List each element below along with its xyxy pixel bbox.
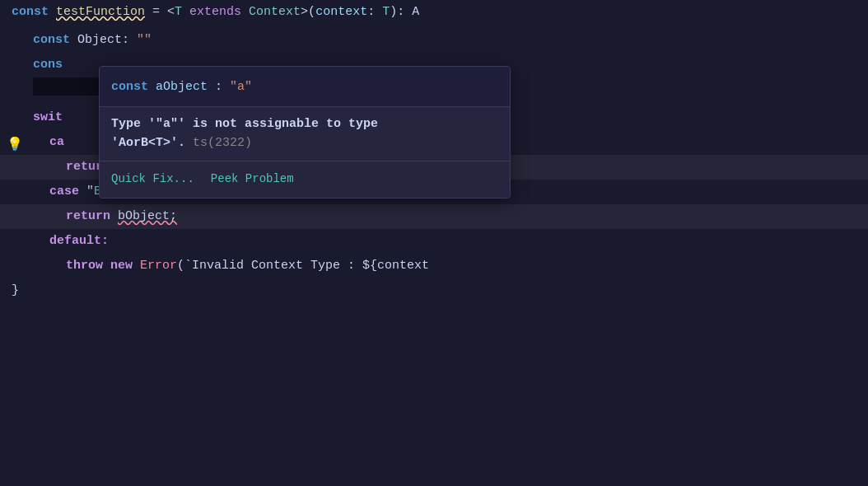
- keyword: const: [12, 5, 56, 19]
- plain-text: >(: [301, 5, 315, 19]
- line-content: const Object: "": [33, 28, 868, 53]
- quick-fix-link[interactable]: Quick Fix...: [111, 166, 194, 191]
- hover-popup: const aObject : "a" Type '"a"' is not as…: [99, 66, 511, 199]
- error-message-line1: Type '"a"' is not assignable to type: [111, 117, 378, 131]
- error-message-line2: 'AorB<T>'.: [111, 136, 185, 150]
- return-keyword: return: [66, 209, 118, 223]
- hover-popup-header: const aObject : "a": [100, 67, 510, 107]
- plain-text: ): A: [390, 5, 419, 19]
- error-class: Error: [140, 259, 177, 273]
- code-line: default:: [0, 229, 868, 254]
- dark-block: [33, 77, 99, 96]
- const-keyword: const: [111, 80, 148, 94]
- param-name: context: [315, 5, 367, 19]
- code-line: const testFunction = <T extends Context>…: [0, 0, 868, 25]
- peek-problem-link[interactable]: Peek Problem: [211, 166, 294, 191]
- keyword: cons: [33, 58, 63, 72]
- plain-text: }: [12, 283, 19, 297]
- return-value: bObject;: [118, 209, 177, 223]
- default-keyword: default:: [49, 234, 109, 248]
- var-name: aObject: [156, 80, 208, 94]
- code-area: const testFunction = <T extends Context>…: [0, 0, 868, 303]
- keyword: const: [33, 33, 70, 47]
- line-content: const testFunction = <T extends Context>…: [12, 0, 868, 25]
- throw-keyword: throw: [66, 259, 110, 273]
- switch-keyword: swit: [33, 110, 63, 124]
- type-name: Context: [249, 5, 301, 19]
- ts-error-code: ts(2322): [193, 136, 252, 150]
- string-value2: ": [144, 33, 152, 47]
- line-content: return bObject;: [66, 204, 868, 229]
- hover-popup-body: Type '"a"' is not assignable to type 'Ao…: [100, 107, 510, 161]
- hover-popup-actions: Quick Fix... Peek Problem: [100, 161, 510, 198]
- lightbulb-icon[interactable]: 💡: [7, 133, 23, 157]
- error-line1: Type '"a"' is not assignable to type: [111, 115, 498, 134]
- code-line: const Object: "": [0, 28, 868, 53]
- plain-text: :: [367, 5, 382, 19]
- function-name: testFunction: [56, 5, 145, 19]
- string-value: ": [137, 33, 144, 47]
- error-line2: 'AorB<T>'. ts(2322): [111, 134, 498, 153]
- case-keyword: case: [49, 185, 86, 199]
- line-content: }: [12, 278, 868, 303]
- type-ref: T: [382, 5, 390, 19]
- code-line: return bObject;: [0, 204, 868, 229]
- line-content: throw new Error(`Invalid Context Type : …: [66, 254, 868, 278]
- case-keyword: ca: [49, 135, 64, 149]
- code-line: }: [0, 278, 868, 303]
- code-line: throw new Error(`Invalid Context Type : …: [0, 254, 868, 278]
- new-keyword: new: [110, 259, 140, 273]
- type-value: "a": [230, 80, 252, 94]
- plain-text: ": [86, 185, 94, 199]
- colon: :: [215, 80, 230, 94]
- plain-text: = <: [145, 5, 175, 19]
- editor-container: const testFunction = <T extends Context>…: [0, 0, 868, 486]
- type-param: T: [175, 5, 182, 19]
- plain-text: Object:: [70, 33, 137, 47]
- line-content: default:: [49, 229, 868, 254]
- extends-keyword: extends: [182, 5, 249, 19]
- plain-text: (`Invalid Context Type : ${context: [177, 259, 429, 273]
